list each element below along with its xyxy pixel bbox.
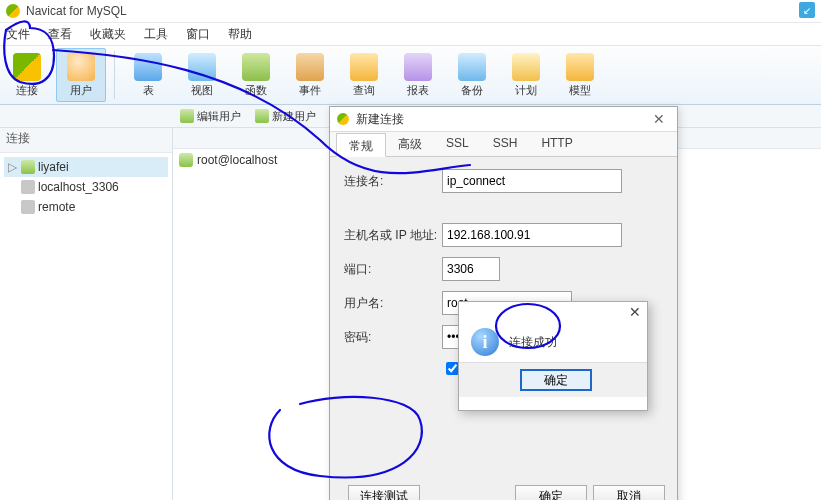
toolbar-计划[interactable]: 计划 [501,48,551,102]
dialog-title: 新建连接 [356,111,404,128]
label-user: 用户名: [344,295,442,312]
main-toolbar: 连接用户表视图函数事件查询报表备份计划模型 [0,45,821,105]
input-port[interactable] [442,257,500,281]
tab-HTTP[interactable]: HTTP [529,132,584,156]
toolbar-icon [566,53,594,81]
tab-高级[interactable]: 高级 [386,132,434,156]
tree-node-remote[interactable]: remote [4,197,168,217]
menu-tools[interactable]: 工具 [144,26,168,43]
app-title: Navicat for MySQL [26,4,127,18]
button-connection-test[interactable]: 连接测试 [348,485,420,500]
sub-icon [255,109,269,123]
msgbox-close-icon[interactable]: ✕ [629,304,641,320]
toolbar-查询[interactable]: 查询 [339,48,389,102]
label-port: 端口: [344,261,442,278]
connection-tree: ▷liyafeilocalhost_3306remote [0,153,172,221]
msgbox-text: 连接成功 [509,334,557,351]
dialog-icon [337,113,349,125]
tree-node-localhost_3306[interactable]: localhost_3306 [4,177,168,197]
toolbar-函数[interactable]: 函数 [231,48,281,102]
toolbar-icon [13,53,41,81]
toolbar-icon [350,53,378,81]
menu-file[interactable]: 文件 [6,26,30,43]
label-connection-name: 连接名: [344,173,442,190]
message-box: ✕ i 连接成功 确定 [458,301,648,411]
toolbar-icon [188,53,216,81]
tree-node-icon [21,180,35,194]
button-ok[interactable]: 确定 [515,485,587,500]
sub-icon [180,109,194,123]
toolbar-icon [404,53,432,81]
toolbar-模型[interactable]: 模型 [555,48,605,102]
toolbar-备份[interactable]: 备份 [447,48,497,102]
toolbar-报表[interactable]: 报表 [393,48,443,102]
tree-node-liyafei[interactable]: ▷liyafei [4,157,168,177]
app-logo-icon [6,4,20,18]
titlebar: Navicat for MySQL ↙ [0,0,821,23]
dialog-close-icon[interactable]: ✕ [647,111,671,127]
toolbar-icon [242,53,270,81]
main-panel: root@localhost 新建连接 ✕ 常规高级SSLSSHHTTP 连接名… [173,128,821,500]
tab-常规[interactable]: 常规 [336,133,386,157]
input-connection-name[interactable] [442,169,622,193]
tab-SSL[interactable]: SSL [434,132,481,156]
sidebar: 连接 ▷liyafeilocalhost_3306remote [0,128,173,500]
sub-编辑用户[interactable]: 编辑用户 [180,109,241,124]
tree-twisty-icon: ▷ [6,160,18,174]
dialog-button-row: 连接测试 确定 取消 [330,485,677,500]
menu-view[interactable]: 查看 [48,26,72,43]
dialog-tabs: 常规高级SSLSSHHTTP [330,132,677,157]
dialog-titlebar: 新建连接 ✕ [330,107,677,132]
sidebar-header: 连接 [0,128,172,153]
label-host: 主机名或 IP 地址: [344,227,442,244]
toolbar-用户[interactable]: 用户 [56,48,106,102]
button-cancel[interactable]: 取消 [593,485,665,500]
msgbox-ok-button[interactable]: 确定 [520,369,592,391]
menu-help[interactable]: 帮助 [228,26,252,43]
toolbar-视图[interactable]: 视图 [177,48,227,102]
menu-window[interactable]: 窗口 [186,26,210,43]
menu-favorites[interactable]: 收藏夹 [90,26,126,43]
min-max-icon[interactable]: ↙ [799,2,815,18]
new-connection-dialog: 新建连接 ✕ 常规高级SSLSSHHTTP 连接名: 主机名或 IP 地址: 端… [329,106,678,500]
sub-新建用户[interactable]: 新建用户 [255,109,316,124]
toolbar-icon [134,53,162,81]
toolbar-事件[interactable]: 事件 [285,48,335,102]
toolbar-表[interactable]: 表 [123,48,173,102]
label-password: 密码: [344,329,442,346]
tab-SSH[interactable]: SSH [481,132,530,156]
toolbar-icon [458,53,486,81]
input-host[interactable] [442,223,622,247]
toolbar-icon [296,53,324,81]
user-icon [179,153,193,167]
toolbar-icon [512,53,540,81]
toolbar-连接[interactable]: 连接 [2,48,52,102]
menubar: 文件 查看 收藏夹 工具 窗口 帮助 [0,23,821,45]
tree-node-icon [21,200,35,214]
tree-node-icon [21,160,35,174]
toolbar-icon [67,53,95,81]
info-icon: i [471,328,499,356]
user-name: root@localhost [197,153,277,167]
